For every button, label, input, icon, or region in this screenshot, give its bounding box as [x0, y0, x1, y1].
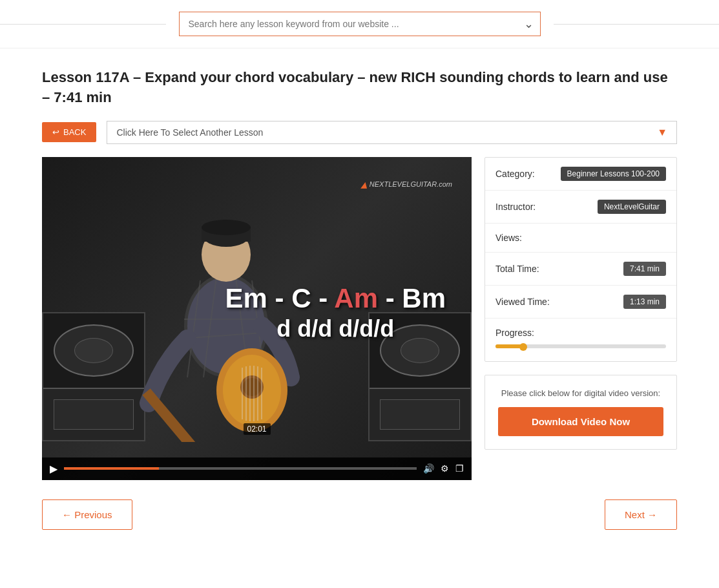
search-input[interactable] [180, 12, 540, 36]
info-table: Category: Beginner Lessons 100-200 Instr… [485, 157, 677, 362]
video-container: ▴ NEXTLEVELGUITAR.com Em - C - Am - Bm d… [42, 157, 472, 480]
instructor-value: NextLevelGuitar [598, 200, 666, 214]
chevron-down-icon: ⌄ [524, 17, 534, 31]
controls-row: ↩ BACK Click Here To Select Another Less… [0, 121, 719, 157]
video-controls: ▶ 🔊 ⚙ ❐ [42, 457, 472, 480]
download-button[interactable]: Download Video Now [498, 407, 663, 436]
instructor-label: Instructor: [495, 202, 598, 212]
progress-slider[interactable] [495, 344, 666, 352]
logo-watermark: ▴ NEXTLEVELGUITAR.com [360, 176, 452, 192]
logo-text: NEXTLEVELGUITAR.com [370, 180, 452, 188]
progress-label: Progress: [495, 328, 666, 338]
progress-thumb [519, 343, 527, 351]
svg-point-15 [243, 378, 261, 396]
video-thumbnail: ▴ NEXTLEVELGUITAR.com Em - C - Am - Bm d… [42, 157, 472, 480]
previous-button[interactable]: ← Previous [42, 499, 132, 530]
category-row: Category: Beginner Lessons 100-200 [485, 158, 676, 191]
video-progress-fill [64, 467, 159, 470]
views-row: Views: [485, 224, 676, 253]
main-content: ▴ NEXTLEVELGUITAR.com Em - C - Am - Bm d… [0, 157, 719, 480]
video-progress-bar[interactable] [64, 467, 417, 470]
views-label: Views: [495, 233, 666, 243]
svg-rect-22 [142, 388, 204, 442]
progress-row: Progress: [485, 319, 676, 361]
sidebar-panel: Category: Beginner Lessons 100-200 Instr… [485, 157, 677, 480]
chevron-down-icon: ▼ [657, 127, 667, 138]
download-description: Please click below for digital video ver… [498, 388, 663, 398]
category-label: Category: [495, 169, 561, 179]
page-title-area: Lesson 117A – Expand your chord vocabula… [0, 48, 719, 121]
viewed-time-row: Viewed Time: 1:13 min [485, 286, 676, 319]
navigation-row: ← Previous Next → [0, 480, 719, 549]
download-section: Please click below for digital video ver… [485, 375, 677, 450]
arrow-left-icon: ↩ [52, 127, 59, 137]
instructor-row: Instructor: NextLevelGuitar [485, 191, 676, 224]
lesson-select[interactable]: Click Here To Select Another Lesson ▼ [107, 121, 677, 144]
search-container[interactable]: ⌄ [179, 12, 541, 36]
volume-icon[interactable]: 🔊 [423, 463, 434, 474]
chord-line1: Em - C - Am - Bm [225, 282, 446, 314]
back-label: BACK [63, 127, 86, 137]
category-value: Beginner Lessons 100-200 [561, 167, 666, 181]
video-player[interactable]: ▴ NEXTLEVELGUITAR.com Em - C - Am - Bm d… [42, 157, 472, 480]
total-time-row: Total Time: 7:41 min [485, 253, 676, 286]
viewed-time-label: Viewed Time: [495, 297, 623, 307]
next-button[interactable]: Next → [605, 499, 677, 530]
back-button[interactable]: ↩ BACK [42, 122, 96, 142]
settings-icon[interactable]: ⚙ [441, 463, 449, 474]
fullscreen-icon[interactable]: ❐ [455, 463, 464, 474]
svg-point-11 [202, 220, 251, 235]
play-button[interactable]: ▶ [50, 463, 57, 475]
chord-overlay: Em - C - Am - Bm d d/d d/d/d [225, 282, 446, 342]
video-timestamp: 02:01 [243, 423, 270, 435]
header: ⌄ [0, 0, 719, 48]
chord-line2: d d/d d/d/d [225, 315, 446, 342]
progress-fill [495, 344, 523, 348]
page-title: Lesson 117A – Expand your chord vocabula… [42, 68, 677, 108]
viewed-time-value: 1:13 min [623, 295, 666, 309]
total-time-value: 7:41 min [623, 262, 666, 276]
lesson-select-text: Click Here To Select Another Lesson [116, 127, 657, 138]
total-time-label: Total Time: [495, 264, 623, 274]
